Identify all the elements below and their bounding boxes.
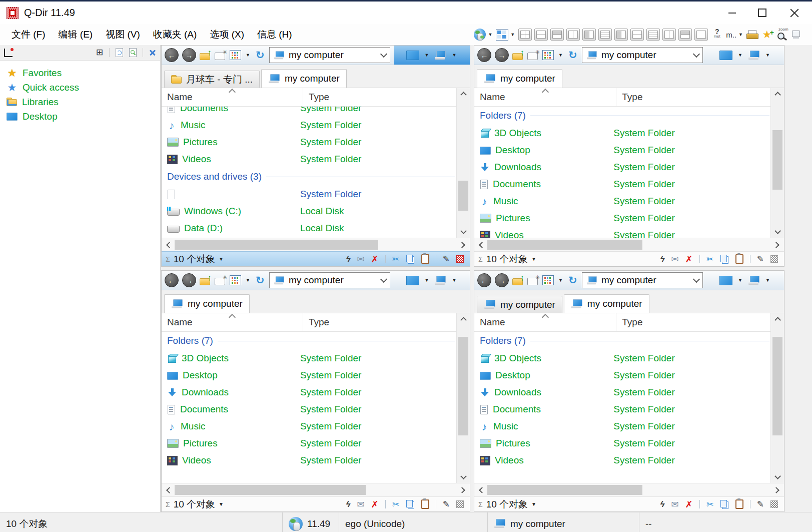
tab-my-computer[interactable]: my computer [564,294,649,313]
file-row[interactable]: System Folder [167,186,456,203]
file-row[interactable]: DocumentsSystem Folder [167,107,456,117]
horizontal-scrollbar[interactable] [474,238,784,251]
delete-icon[interactable]: ✗ [685,499,693,510]
column-header-name[interactable]: Name [162,88,303,106]
dither-icon[interactable] [456,500,464,508]
file-row[interactable]: 3D ObjectsSystem Folder [480,125,770,142]
computer-shortcut-icon[interactable] [434,276,446,285]
rename-icon[interactable]: ✎ [443,499,450,509]
file-row[interactable]: VideosSystem Folder [480,227,770,238]
tab-my-computer[interactable]: my computer [261,69,347,88]
scrollbar-thumb[interactable] [175,485,366,495]
forward-button[interactable]: → [495,273,509,287]
tree-pin-icon[interactable] [4,49,13,57]
view-mode-button[interactable] [230,50,241,60]
sidebar-item-libraries[interactable]: Libraries [0,95,160,109]
group-header[interactable]: Devices and drives (3) [167,168,456,186]
file-row[interactable]: DocumentsSystem Folder [480,176,770,193]
menu-item-2[interactable]: 视图 (V) [99,28,147,41]
group-header[interactable]: Folders (7) [167,332,456,350]
column-header-name[interactable]: Name [474,88,616,106]
scrollbar-thumb[interactable] [772,130,782,190]
file-row[interactable]: ♪MusicSystem Folder [480,418,770,435]
scroll-left-icon[interactable] [163,483,175,496]
sidebar-item-quick-access[interactable]: ★Quick access [0,80,160,95]
globe-button[interactable]: ▼ [474,29,493,41]
pane-object-count[interactable]: 10 个对象 [174,498,215,511]
file-row[interactable]: VideosSystem Folder [167,452,456,469]
scrollbar-thumb[interactable] [458,337,468,435]
up-folder-button[interactable] [512,275,524,285]
pane-object-count[interactable]: 10 个对象 [174,253,215,266]
horizontal-scrollbar[interactable] [474,483,784,496]
inet-button[interactable]: ?inet [710,29,723,41]
layout-preset-9-button[interactable] [646,29,660,41]
scrollbar-thumb[interactable] [487,485,642,495]
dither-icon[interactable] [770,500,778,508]
horizontal-scrollbar[interactable] [162,238,470,251]
pane-object-count[interactable]: 10 个对象 [486,498,528,511]
chevron-down-icon[interactable]: ▼ [451,53,457,58]
file-row[interactable]: DocumentsSystem Folder [167,401,456,418]
file-row[interactable]: PicturesSystem Folder [167,134,456,151]
paste-icon[interactable] [421,254,429,264]
tab-my-computer[interactable]: my computer [477,296,562,313]
file-row[interactable]: ♪MusicSystem Folder [167,418,456,435]
scrollbar-thumb[interactable] [175,240,378,250]
new-folder-button[interactable] [527,51,539,60]
vertical-scrollbar[interactable] [770,313,784,483]
refresh-button[interactable]: ↻ [255,275,266,286]
file-row[interactable]: ♪MusicSystem Folder [167,117,456,134]
layout-preset-3-button[interactable] [550,29,564,41]
vertical-scrollbar[interactable] [456,313,470,483]
scroll-up-icon[interactable] [771,89,784,99]
chevron-down-icon[interactable]: ▼ [487,32,493,37]
tab--[interactable]: 月球车 - 专门 ... [164,71,260,88]
file-row[interactable]: DesktopSystem Folder [167,367,456,384]
monitor-tool-icon[interactable] [791,30,801,39]
up-folder-button[interactable] [512,50,524,60]
file-row[interactable]: Windows (C:)Local Disk [167,203,456,220]
forward-button[interactable]: → [495,48,509,62]
file-row[interactable]: Data (D:)Local Disk [167,220,456,237]
desktop-shortcut-icon[interactable] [406,51,419,60]
file-row[interactable]: VideosSystem Folder [167,151,456,168]
file-row[interactable]: PicturesSystem Folder [480,435,770,452]
view-mode-button[interactable] [542,275,554,285]
scroll-right-icon[interactable] [771,483,783,496]
copy-icon[interactable] [720,255,727,262]
add-favorite-icon[interactable]: ★ [761,29,773,40]
group-header[interactable]: Folders (7) [480,332,770,350]
column-header-name[interactable]: Name [474,313,616,331]
layout-preset-10-button[interactable] [662,29,676,41]
view-mode-button[interactable] [542,50,554,60]
chevron-down-icon[interactable]: ▼ [737,278,743,283]
scrollbar-thumb[interactable] [458,181,468,211]
paste-icon[interactable] [421,499,429,509]
mail-icon[interactable]: ✉ [357,499,364,510]
menu-item-1[interactable]: 编辑 (E) [52,28,100,41]
rename-icon[interactable]: ✎ [757,499,764,509]
desktop-shortcut-icon[interactable] [406,276,419,285]
scroll-down-icon[interactable] [457,227,470,237]
chevron-down-icon[interactable]: ▼ [737,53,743,58]
refresh-button[interactable]: ↻ [255,50,266,61]
layout-preset-4-button[interactable] [566,29,580,41]
layout-preset-12-button[interactable] [694,29,708,41]
scroll-left-icon[interactable] [475,483,487,496]
scroll-up-icon[interactable] [771,314,784,324]
desktop-shortcut-icon[interactable] [719,51,732,60]
layout-preset-6-button[interactable] [598,29,612,41]
address-bar[interactable]: my computer [582,272,703,288]
column-header-name[interactable]: Name [162,313,303,331]
scroll-right-icon[interactable] [771,238,783,251]
chevron-down-icon[interactable]: ▼ [245,53,251,58]
address-bar[interactable]: my computer [269,272,390,288]
copy-icon[interactable] [406,500,413,507]
file-row[interactable]: 3D ObjectsSystem Folder [167,350,456,367]
scroll-up-icon[interactable] [457,314,470,324]
flash-icon[interactable]: ϟ [660,254,664,264]
file-row[interactable]: DocumentsSystem Folder [480,401,770,418]
column-header-type[interactable]: Type [616,313,770,331]
cut-icon[interactable]: ✂ [392,499,400,510]
